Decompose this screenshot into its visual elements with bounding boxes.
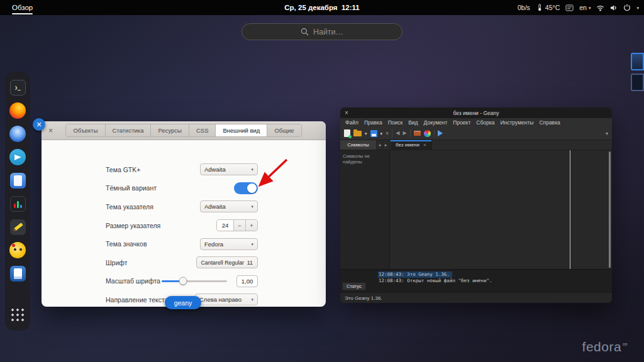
font-label: Шрифт xyxy=(106,259,128,266)
menu-document[interactable]: Документ xyxy=(424,119,448,126)
open-dropdown-icon[interactable]: ▾ xyxy=(365,131,367,136)
gtk-theme-dropdown[interactable]: Adwaita▾ xyxy=(200,163,258,175)
app-grid-icon xyxy=(10,307,25,322)
long-line-marker xyxy=(570,150,570,269)
toolbar-overflow-icon[interactable]: ▾ xyxy=(606,131,608,136)
inspector-headerbar: × Объекты Статистика Ресурсы CSS Внешний… xyxy=(42,121,326,140)
row-font-scale: Масштаб шрифта 1,00 xyxy=(106,272,258,291)
chevron-down-icon: ▾ xyxy=(251,242,253,246)
font-button[interactable]: Cantarell Regular 11 xyxy=(196,256,258,268)
row-dark-variant: Тёмный вариант xyxy=(106,179,258,198)
tab-statistics[interactable]: Статистика xyxy=(106,124,152,136)
annotation-arrow xyxy=(250,155,292,194)
slider-knob[interactable] xyxy=(179,277,187,285)
dock-item-geany[interactable] xyxy=(9,241,26,259)
workspace-thumbnail-2[interactable] xyxy=(631,74,644,91)
wifi-icon xyxy=(596,4,604,11)
fedora-logo-icon: ∞ xyxy=(623,340,628,348)
sidebar-tab-symbols[interactable]: Символы xyxy=(340,140,377,150)
volume-indicator[interactable] xyxy=(610,4,618,11)
navigate-back-icon[interactable]: ◀ xyxy=(396,131,399,136)
status-message-line[interactable]: 12:08:43: Это Geany 1.36. xyxy=(378,272,452,278)
speaker-icon xyxy=(610,4,618,11)
dock-item-app-grid[interactable] xyxy=(9,306,26,324)
editor-scrollbar[interactable] xyxy=(609,151,611,268)
cursor-theme-label: Тема указателя xyxy=(106,203,153,211)
keyboard-layout[interactable]: en ▾ xyxy=(579,4,591,11)
menu-edit[interactable]: Правка xyxy=(364,119,382,126)
temperature-indicator[interactable]: 45°C xyxy=(536,4,560,11)
system-monitor-icon xyxy=(10,196,26,212)
workspace-thumbnail-1[interactable] xyxy=(631,53,644,70)
tab-resources[interactable]: Ресурсы xyxy=(151,124,189,136)
close-file-icon[interactable]: × xyxy=(386,131,389,136)
menu-tools[interactable]: Инструменты xyxy=(500,119,533,126)
icon-theme-label: Тема значков xyxy=(106,240,147,248)
status-area: 0b/s 45°C en ▾ ▾ xyxy=(518,0,639,15)
compile-icon[interactable] xyxy=(414,131,421,136)
menu-search[interactable]: Поиск xyxy=(388,119,403,126)
menu-help[interactable]: Справка xyxy=(539,119,560,126)
dock-item-text-editor[interactable] xyxy=(9,218,26,236)
dock-item-documents[interactable] xyxy=(9,172,26,189)
document-tab[interactable]: без имени × xyxy=(391,140,432,150)
dock-item-telegram[interactable] xyxy=(9,148,26,166)
editor-area[interactable] xyxy=(390,150,612,269)
dock-item-terminal[interactable]: ❯_ xyxy=(9,79,26,96)
symbols-empty-message: Символы не найдены xyxy=(343,153,370,165)
menu-build[interactable]: Сборка xyxy=(476,119,494,126)
tray-applet[interactable] xyxy=(565,4,574,11)
new-file-icon[interactable] xyxy=(344,129,350,137)
system-menu-chevron-icon[interactable]: ▾ xyxy=(636,6,639,10)
search-placeholder: Найти… xyxy=(313,28,343,36)
tab-visual[interactable]: Внешний вид xyxy=(216,124,267,136)
web-browser-icon xyxy=(9,126,26,142)
tab-objects[interactable]: Объекты xyxy=(66,124,105,136)
search-input[interactable]: Найти… xyxy=(242,23,402,40)
menu-file[interactable]: Файл xyxy=(345,119,358,126)
tab-scroll-right-icon[interactable]: ▸ xyxy=(383,140,389,150)
message-tab-status[interactable]: Статус xyxy=(342,282,366,290)
wifi-indicator[interactable] xyxy=(596,4,604,11)
gtk-inspector-window[interactable]: × Объекты Статистика Ресурсы CSS Внешний… xyxy=(42,121,326,307)
net-speed-indicator[interactable]: 0b/s xyxy=(518,4,530,11)
symbols-sidebar[interactable]: Символы не найдены xyxy=(340,150,390,269)
font-scale-slider[interactable] xyxy=(162,280,227,282)
power-indicator[interactable] xyxy=(623,4,631,11)
document-tab-label: без имени xyxy=(396,142,419,148)
menu-project[interactable]: Проект xyxy=(453,119,470,126)
navigate-forward-icon[interactable]: ▶ xyxy=(402,131,406,136)
dock-item-system-monitor[interactable] xyxy=(9,195,26,212)
text-direction-dropdown[interactable]: Слева направо▾ xyxy=(195,293,258,305)
status-message-line[interactable]: 12:08:43: Открыт новый файл "без имени". xyxy=(378,278,495,284)
plus-button[interactable]: + xyxy=(245,220,257,231)
close-window-badge[interactable]: ✕ xyxy=(33,118,45,131)
dock-item-firefox[interactable] xyxy=(9,102,26,119)
save-dropdown-icon[interactable]: ▾ xyxy=(380,131,383,136)
window-close-icon[interactable]: × xyxy=(345,110,348,116)
tab-scroll-left-icon[interactable]: ◂ xyxy=(377,140,383,150)
clock[interactable]: Ср, 25 декабря 12:11 xyxy=(284,4,359,11)
font-scale-value[interactable]: 1,00 xyxy=(236,275,258,287)
cursor-size-stepper[interactable]: 24 − + xyxy=(216,219,258,231)
geany-menubar: Файл Правка Поиск Вид Документ Проект Сб… xyxy=(340,118,612,127)
dock-item-office[interactable] xyxy=(9,265,26,282)
tab-css[interactable]: CSS xyxy=(189,124,216,136)
dock-item-web-browser[interactable] xyxy=(9,125,26,143)
goto-line-icon[interactable] xyxy=(438,130,443,136)
open-file-icon[interactable] xyxy=(353,131,362,136)
cursor-size-value: 24 xyxy=(217,220,233,231)
window-close-icon[interactable]: × xyxy=(48,127,53,134)
icon-theme-dropdown[interactable]: Fedora▾ xyxy=(200,238,258,250)
cursor-theme-dropdown[interactable]: Adwaita▾ xyxy=(200,200,258,212)
tab-general[interactable]: Общие xyxy=(267,124,301,136)
save-file-icon[interactable] xyxy=(370,130,377,137)
documents-icon xyxy=(10,173,26,189)
overview-button[interactable]: Обзор xyxy=(6,0,38,15)
color-chooser-icon[interactable] xyxy=(424,130,431,137)
minus-button[interactable]: − xyxy=(233,220,245,231)
geany-window[interactable]: × без имени - Geany Файл Правка Поиск Ви… xyxy=(340,107,612,303)
menu-view[interactable]: Вид xyxy=(408,119,418,126)
message-window: Статус 12:08:43: Это Geany 1.36. 12:08:4… xyxy=(340,269,612,292)
tab-close-icon[interactable]: × xyxy=(423,142,426,148)
